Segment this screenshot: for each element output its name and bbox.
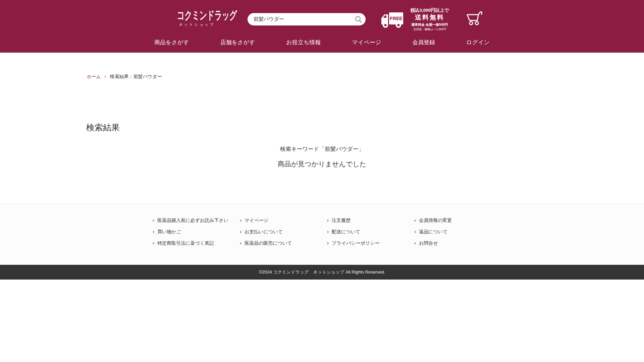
nav-item-register[interactable]: 会員登録 [412,39,435,46]
shipping-normal-fee: 通常料金 全国一律540円 [406,23,453,27]
page-title: 検索結果 [86,122,120,133]
site-footer: 医薬品購入前に必ずお読み下さい 買い物かご 特定商取引法に基づく表記 マイページ… [0,203,644,265]
cart-button[interactable] [466,10,484,25]
footer-link-medicine-sales[interactable]: 医薬品の販売について [240,240,322,247]
footer-link-privacy-policy[interactable]: プライバシーポリシー [327,240,409,247]
footer-link-label: プライバシーポリシー [332,240,380,246]
footer-link-returns[interactable]: 返品について [415,229,496,235]
footer-column-4: 会員情報の変更 返品について お問合せ [409,217,496,251]
arrow-right-icon [153,231,155,233]
arrow-right-icon [240,219,242,222]
nav-item-products[interactable]: 商品をさがす [154,39,189,46]
shipping-text: 税込3,000円以上で 送料無料 通常料金 全国一律540円 北海道・離島は＋1… [406,7,453,31]
footer-link-member-info[interactable]: 会員情報の変更 [415,217,496,224]
shipping-free-text: 送料無料 [406,13,453,21]
footer-link-order-history[interactable]: 注文履歴 [327,217,409,224]
search-keyword-text: 検索キーワード「前髪パウダー」 [0,145,644,153]
nav-item-login[interactable]: ログイン [466,39,490,46]
main-nav: 商品をさがす 店舗をさがす お役立ち情報 マイページ 会員登録 ログイン [154,39,490,46]
footer-link-contact[interactable]: お問合せ [415,240,496,247]
site-header: コクミンドラッグ ネットショップ FREE [0,0,644,53]
arrow-right-icon [327,219,329,222]
truck-free-label: FREE [390,16,402,21]
footer-link-payment[interactable]: お支払いについて [240,229,322,235]
arrow-right-icon [415,242,416,245]
shipping-condition: 税込3,000円以上で [406,7,453,13]
footer-link-label: 医薬品購入前に必ずお読み下さい [157,218,228,224]
truck-free-icon: FREE [381,12,403,29]
free-shipping-banner: FREE 税込3,000円以上で 送料無料 通常料金 全国一律540円 北海道・… [381,7,453,31]
footer-link-cart[interactable]: 買い物かご [153,229,235,235]
arrow-right-icon [153,242,155,245]
footer-link-label: お支払いについて [245,229,283,235]
copyright-text: ©2024 コクミンドラッグ ネットショップ All Rights Reserv… [259,269,385,275]
footer-link-label: お問合せ [419,240,438,246]
footer-link-label: 配送について [332,229,360,235]
copyright-bar: ©2024 コクミンドラッグ ネットショップ All Rights Reserv… [0,265,644,280]
breadcrumb-current: 検索結果：前髪パウダー [110,74,162,80]
nav-item-stores[interactable]: 店舗をさがす [220,39,255,46]
arrow-right-icon [240,242,242,245]
breadcrumb-separator: > [104,74,107,79]
footer-column-3: 注文履歴 配送について プライバシーポリシー [322,217,409,251]
breadcrumb-home[interactable]: ホーム [87,74,101,80]
search-button[interactable] [355,15,363,23]
search-icon [355,15,363,23]
footer-link-label: 返品について [419,229,447,235]
arrow-right-icon [327,231,329,233]
footer-link-columns: 医薬品購入前に必ずお読み下さい 買い物かご 特定商取引法に基づく表記 マイページ… [148,204,496,251]
page: コクミンドラッグ ネットショップ FREE [0,0,644,362]
footer-column-1: 医薬品購入前に必ずお読み下さい 買い物かご 特定商取引法に基づく表記 [148,217,235,251]
footer-link-label: マイページ [245,218,268,224]
footer-column-2: マイページ お支払いについて 医薬品の販売について [235,217,322,251]
footer-link-delivery[interactable]: 配送について [327,229,409,235]
footer-link-medicine-notice[interactable]: 医薬品購入前に必ずお読み下さい [153,217,235,224]
arrow-right-icon [415,231,416,233]
no-results-message: 商品が見つかりませんでした [0,160,644,169]
site-logo[interactable]: コクミンドラッグ ネットショップ [167,9,227,27]
footer-link-label: 注文履歴 [332,218,351,224]
footer-link-label: 会員情報の変更 [419,218,452,224]
nav-item-useful-info[interactable]: お役立ち情報 [286,39,321,46]
footer-link-label: 買い物かご [157,229,181,235]
breadcrumb: ホーム > 検索結果：前髪パウダー [87,74,162,80]
arrow-right-icon [415,219,416,222]
logo-text: コクミンドラッグ [177,9,217,21]
cart-icon [466,10,484,25]
footer-link-commercial-law[interactable]: 特定商取引法に基づく表記 [153,240,235,247]
shipping-remote-fee: 北海道・離島は＋1,000円 [406,27,453,31]
logo-subtitle: ネットショップ [167,22,227,27]
nav-item-mypage[interactable]: マイページ [352,39,381,46]
search-box [248,13,366,25]
footer-link-label: 特定商取引法に基づく表記 [157,240,214,246]
arrow-right-icon [153,219,155,222]
arrow-right-icon [327,242,329,245]
footer-link-mypage[interactable]: マイページ [240,217,322,224]
search-input[interactable] [248,13,366,25]
footer-link-label: 医薬品の販売について [245,240,292,246]
arrow-right-icon [240,231,242,233]
